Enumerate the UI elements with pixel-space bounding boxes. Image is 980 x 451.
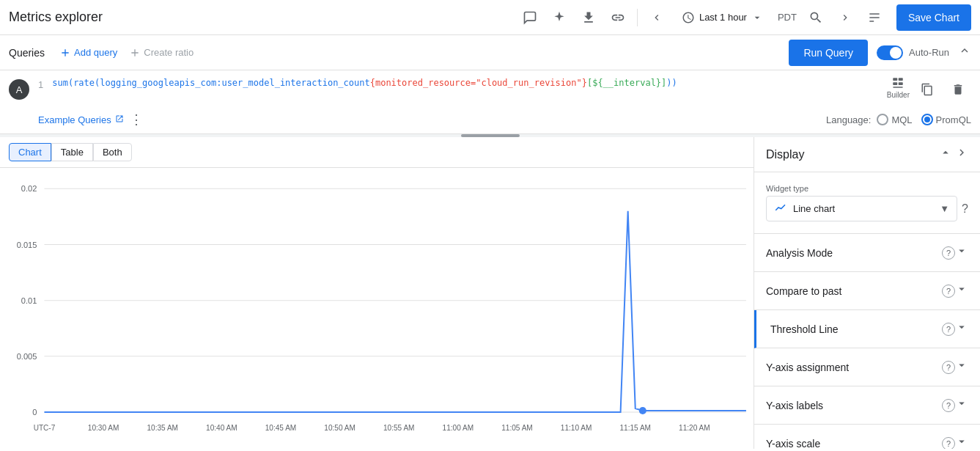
toggle-knob — [890, 47, 902, 59]
panel-title: Display — [766, 148, 804, 161]
mql-radio[interactable]: MQL — [877, 114, 912, 125]
divider — [637, 9, 638, 26]
svg-text:0.01: 0.01 — [21, 296, 37, 305]
threshold-line-section[interactable]: Threshold Line ? — [754, 310, 980, 348]
promql-radio[interactable]: PromQL — [921, 114, 971, 125]
auto-run-switch[interactable] — [877, 45, 903, 60]
timezone-label: PDT — [778, 12, 797, 23]
threshold-help-icon[interactable]: ? — [942, 323, 955, 336]
download-icon-btn[interactable] — [575, 4, 602, 31]
promql-label: PromQL — [936, 114, 971, 125]
panel-expand-btn[interactable] — [955, 146, 968, 163]
panel-header-icons — [939, 146, 968, 163]
copy-query-button[interactable] — [914, 76, 940, 103]
y-axis-labels-label: Y-axis labels — [766, 400, 939, 411]
settings-icon-btn[interactable] — [861, 4, 888, 31]
code-filter: {monitored_resource="cloud_run_revision"… — [370, 78, 587, 88]
y-axis-assignment-label: Y-axis assignment — [766, 362, 939, 373]
dropdown-arrow-icon: ▼ — [940, 203, 949, 214]
add-query-label: Add query — [74, 47, 117, 58]
svg-rect-0 — [894, 78, 898, 81]
tab-table[interactable]: Table — [51, 143, 93, 161]
code-close: )) — [666, 78, 677, 88]
sparkle-icon-btn[interactable] — [546, 4, 572, 31]
mql-radio-circle — [877, 114, 888, 125]
queries-label: Queries — [9, 47, 45, 59]
language-radio-group: MQL PromQL — [877, 114, 971, 125]
y-axis-labels-expand-icon — [955, 397, 968, 414]
collapse-button[interactable] — [958, 44, 971, 61]
delete-query-button[interactable] — [945, 76, 971, 103]
auto-run-toggle[interactable]: Auto-Run — [877, 45, 949, 60]
auto-run-label: Auto-Run — [909, 47, 949, 58]
app-title: Metrics explorer — [9, 10, 517, 25]
widget-type-label: Widget type — [766, 184, 968, 193]
prev-icon-btn[interactable] — [644, 4, 670, 31]
add-query-button[interactable]: Add query — [54, 44, 123, 62]
svg-text:11:20 AM: 11:20 AM — [679, 424, 710, 432]
svg-text:11:15 AM: 11:15 AM — [619, 424, 651, 432]
widget-help-icon[interactable]: ? — [962, 202, 968, 216]
query-row: A 1 sum(rate(logging_googleapis_com:user… — [0, 70, 980, 109]
threshold-line-label: Threshold Line — [770, 323, 939, 335]
search-icon-btn[interactable] — [803, 4, 829, 31]
query-editor: A 1 sum(rate(logging_googleapis_com:user… — [0, 70, 980, 134]
analysis-mode-label: Analysis Mode — [766, 247, 939, 259]
run-query-button[interactable]: Run Query — [789, 40, 868, 66]
analysis-mode-help-icon[interactable]: ? — [942, 246, 955, 260]
chart-tabs: Chart Table Both — [0, 137, 754, 168]
main-content: Chart Table Both 0.02 0.015 0.01 0.005 0… — [0, 137, 980, 449]
line-chart-icon — [774, 201, 787, 216]
y-axis-scale-label: Y-axis scale — [766, 438, 939, 450]
svg-rect-4 — [894, 87, 904, 88]
y-axis-assignment-section[interactable]: Y-axis assignment ? — [754, 348, 980, 386]
svg-point-27 — [639, 407, 646, 414]
query-footer: Example Queries ⋮ Language: MQL PromQL — [0, 109, 980, 133]
svg-text:0.015: 0.015 — [17, 241, 37, 249]
save-chart-button[interactable]: Save Chart — [896, 4, 971, 31]
line-chart: 0.02 0.015 0.01 0.005 0 UTC-7 10:30 AM 1… — [0, 174, 754, 451]
svg-text:10:35 AM: 10:35 AM — [147, 424, 178, 432]
y-axis-scale-section[interactable]: Y-axis scale ? — [754, 425, 980, 449]
tab-both[interactable]: Both — [93, 143, 132, 161]
y-axis-scale-expand-icon — [955, 435, 968, 449]
svg-text:UTC-7: UTC-7 — [34, 424, 56, 432]
mql-label: MQL — [891, 114, 912, 125]
svg-rect-3 — [899, 82, 903, 85]
y-axis-labels-section[interactable]: Y-axis labels ? — [754, 386, 980, 425]
panel-header: Display — [754, 137, 980, 172]
tab-chart[interactable]: Chart — [9, 143, 51, 161]
widget-type-select[interactable]: Line chart ▼ — [766, 196, 957, 221]
y-axis-assignment-help-icon[interactable]: ? — [942, 361, 955, 374]
more-options-icon[interactable]: ⋮ — [130, 111, 143, 128]
code-prefix: sum(rate(logging_googleapis_com:user_mod… — [52, 78, 369, 88]
svg-text:11:05 AM: 11:05 AM — [501, 424, 533, 432]
line-number: 1 — [38, 79, 43, 90]
promql-radio-circle — [921, 114, 933, 125]
time-range-label: Last 1 hour — [699, 12, 747, 23]
svg-text:10:55 AM: 10:55 AM — [383, 424, 415, 432]
y-axis-labels-help-icon[interactable]: ? — [942, 399, 955, 412]
analysis-mode-section[interactable]: Analysis Mode ? — [754, 234, 980, 272]
example-queries-link[interactable]: Example Queries — [38, 114, 124, 125]
compare-to-past-section[interactable]: Compare to past ? — [754, 272, 980, 310]
svg-rect-2 — [894, 82, 898, 85]
promql-radio-inner — [924, 117, 930, 122]
header-icons: Last 1 hour PDT Save Chart — [517, 4, 971, 31]
builder-button[interactable]: Builder — [887, 76, 910, 103]
link-icon-btn[interactable] — [605, 4, 631, 31]
create-ratio-button[interactable]: Create ratio — [123, 44, 199, 62]
next-icon-btn[interactable] — [832, 4, 858, 31]
svg-rect-1 — [899, 78, 903, 81]
svg-text:10:45 AM: 10:45 AM — [265, 424, 297, 432]
queries-right: Run Query Auto-Run — [789, 40, 971, 66]
y-axis-scale-help-icon[interactable]: ? — [942, 437, 955, 450]
chat-icon-btn[interactable] — [517, 4, 543, 31]
language-label: Language: — [826, 114, 871, 125]
header: Metrics explorer Last 1 hour PDT — [0, 0, 980, 35]
compare-help-icon[interactable]: ? — [942, 285, 955, 298]
query-code[interactable]: sum(rate(logging_googleapis_com:user_mod… — [52, 76, 881, 90]
builder-label: Builder — [887, 91, 910, 99]
time-range-btn[interactable]: Last 1 hour — [673, 4, 772, 31]
panel-up-btn[interactable] — [939, 146, 952, 163]
